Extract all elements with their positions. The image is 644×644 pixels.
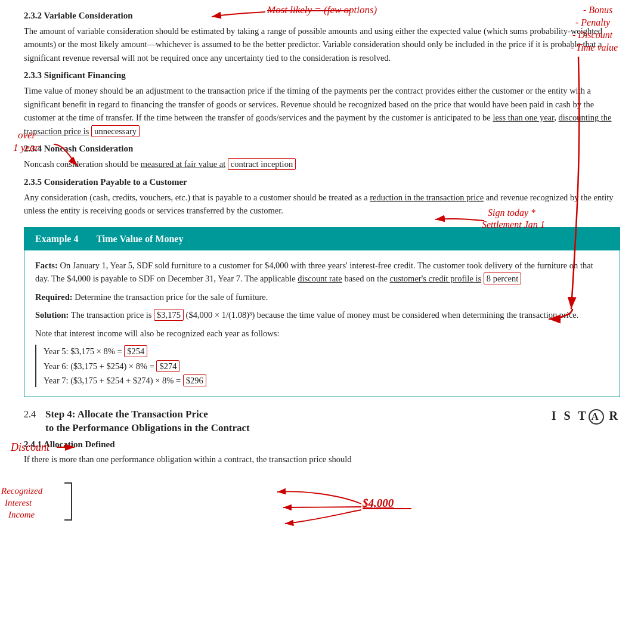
heading-241: 2.4.1 Allocation Defined	[24, 439, 620, 450]
facts-paragraph: Facts: On January 1, Year 5, SDF sold fu…	[35, 259, 609, 286]
annotation-income: Income	[8, 510, 35, 519]
heading-232: 2.3.2 Variable Consideration	[24, 11, 620, 21]
section-233: 2.3.3 Significant Financing Time value o…	[24, 70, 620, 138]
section-24-heading: 2.4 Step 4: Allocate the Transaction Pri…	[24, 408, 620, 434]
boxed-contract-inception: contract inception	[228, 158, 296, 170]
heading-235: 2.3.5 Consideration Payable to a Custome…	[24, 177, 620, 187]
body-233: Time value of money should be an adjustm…	[24, 84, 620, 138]
section-232: 2.3.2 Variable Consideration The amount …	[24, 11, 620, 64]
boxed-254: $254	[124, 345, 147, 357]
example-4-body: Facts: On January 1, Year 5, SDF sold fu…	[24, 250, 620, 397]
body-234: Noncash consideration should be measured…	[24, 157, 620, 171]
heading-234: 2.3.4 Noncash Consideration	[24, 144, 620, 154]
boxed-8-percent: 8 percent	[484, 273, 522, 284]
boxed-296: $296	[183, 374, 206, 386]
bracket-recognized	[64, 483, 72, 520]
arrow-4000-y5	[277, 491, 361, 504]
section-24-title-line1: Step 4: Allocate the Transaction Price	[45, 408, 250, 421]
section-24-title-line2: to the Performance Obligations in the Co…	[45, 422, 250, 435]
year5-line: Year 5: $3,175 × 8% = $254	[44, 345, 609, 358]
example-num: Example 4	[35, 234, 78, 244]
solution-paragraph: Solution: The transaction price is $3,17…	[35, 308, 609, 321]
body-241: If there is more than one performance ob…	[24, 453, 620, 466]
section-235: 2.3.5 Consideration Payable to a Custome…	[24, 177, 620, 218]
body-235: Any consideration (cash, credits, vouche…	[24, 191, 620, 218]
annotation-recognized: Recognized	[1, 486, 43, 496]
interest-income-lines: Year 5: $3,175 × 8% = $254 Year 6: ($3,1…	[35, 345, 609, 387]
heading-233: 2.3.3 Significant Financing	[24, 70, 620, 80]
body-232: The amount of variable consideration sho…	[24, 24, 620, 64]
example-4-box: Example 4 Time Value of Money Facts: On …	[24, 227, 620, 398]
boxed-3175: $3,175	[154, 309, 184, 321]
annotation-interest: Interest	[4, 498, 32, 507]
example-4-header: Example 4 Time Value of Money	[24, 228, 620, 250]
section-234: 2.3.4 Noncash Consideration Noncash cons…	[24, 144, 620, 171]
arrow-4000-y6	[283, 507, 361, 507]
annotation-4000: $4,000	[362, 497, 394, 509]
required-paragraph: Required: Determine the transaction pric…	[35, 290, 609, 304]
arrow-4000-y7	[285, 510, 361, 524]
note-paragraph: Note that interest income will also be r…	[35, 327, 609, 340]
section-24-title-block: Step 4: Allocate the Transaction Price t…	[45, 408, 250, 434]
year7-line: Year 7: ($3,175 + $254 + $274) × 8% = $2…	[44, 374, 609, 387]
boxed-unnecessary: unnecessary	[91, 125, 140, 137]
section-24: 2.4 Step 4: Allocate the Transaction Pri…	[24, 408, 620, 466]
example-title: Time Value of Money	[96, 234, 183, 244]
year6-line: Year 6: ($3,175 + $254) × 8% = $274	[44, 360, 609, 373]
istar-badge: I S TA R	[552, 408, 620, 425]
boxed-274: $274	[156, 360, 179, 372]
section-24-num: 2.4	[24, 409, 36, 420]
istar-a-circle: A	[589, 409, 604, 425]
